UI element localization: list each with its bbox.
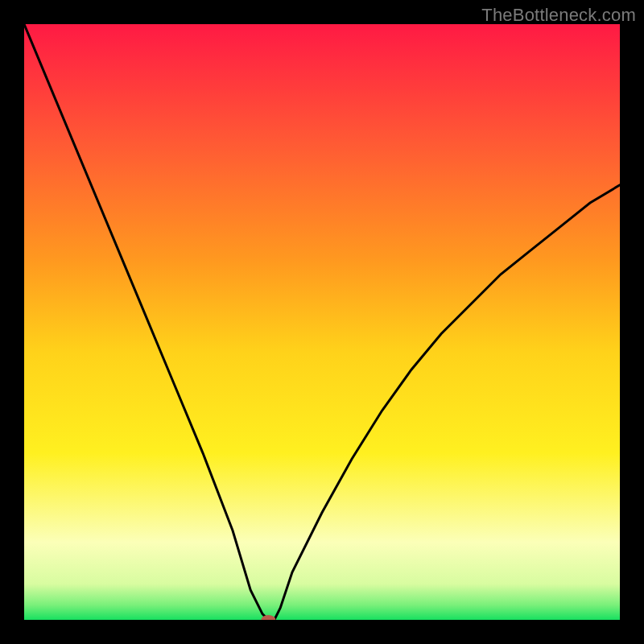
chart-frame: TheBottleneck.com (0, 0, 644, 644)
watermark-label: TheBottleneck.com (481, 5, 636, 26)
gradient-background (24, 24, 620, 620)
plot-area (24, 24, 620, 620)
bottleneck-chart (24, 24, 620, 620)
